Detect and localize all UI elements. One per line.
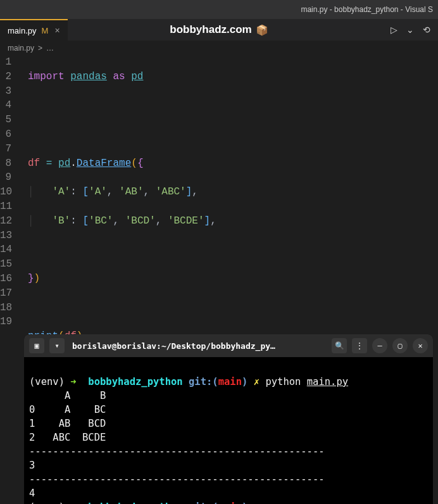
editor-actions: ▷ ⌄ ⟲ [391,25,430,35]
terminal-window: ▣ ▾ borislav@borislav:~/Desktop/bobbyhad… [24,334,433,504]
minimize-button[interactable]: – [372,338,387,353]
menu-icon[interactable]: ⋮ [352,338,367,353]
terminal-line: 0 A BC [29,404,106,415]
cycle-icon[interactable]: ⟲ [423,25,430,35]
editor-tabs: main.py M × bobbyhadz.com 📦 ▷ ⌄ ⟲ [0,19,438,41]
maximize-button[interactable]: ▢ [392,338,408,353]
terminal-line: 4 [29,488,35,499]
breadcrumb[interactable]: main.py > … [0,41,438,55]
line-number: 6 [0,127,11,142]
line-number: 1 [0,55,11,70]
line-number: 10 [0,185,11,199]
line-number: 3 [0,84,11,99]
terminal-line: A B [29,390,106,401]
line-number: 8 [0,156,11,171]
breadcrumb-rest: … [46,44,54,53]
tab-label: main.py [8,26,37,35]
breadcrumb-file: main.py [8,44,34,53]
terminal-titlebar: ▣ ▾ borislav@borislav:~/Desktop/bobbyhad… [24,334,433,357]
close-button[interactable]: ✕ [413,338,428,353]
line-number: 4 [0,98,11,113]
line-number: 15 [0,257,11,272]
terminal-new-tab-button[interactable]: ▣ [29,338,44,353]
banner-text: bobbyhadz.com [170,23,251,36]
tab-main-py[interactable]: main.py M × [0,19,68,41]
line-number: 9 [0,170,11,185]
line-number: 12 [0,214,11,229]
line-number: 14 [0,243,11,257]
line-number: 5 [0,113,11,127]
close-icon[interactable]: × [54,25,59,35]
terminal-line: ----------------------------------------… [29,474,325,485]
line-number: 2 [0,70,11,84]
run-icon[interactable]: ▷ [391,25,397,35]
center-banner: bobbyhadz.com 📦 [170,23,268,36]
line-number: 7 [0,142,11,156]
terminal-line: 2 ABC BCDE [29,432,106,443]
line-number: 18 [0,301,11,315]
window-title-bar: main.py - bobbyhadz_python - Visual S [0,0,438,19]
line-number: 13 [0,229,11,243]
breadcrumb-sep: > [38,44,42,53]
terminal-content[interactable]: (venv) ➜ bobbyhadz_python git:(main) ✗ p… [24,357,433,504]
line-gutter: 1 2 3 4 5 6 7 8 9 10 11 12 13 14 15 16 1… [0,55,19,504]
terminal-line: 3 [29,460,35,471]
line-number: 19 [0,315,11,329]
cube-icon: 📦 [256,24,268,36]
terminal-line: (venv) ➜ bobbyhadz_python git:(main) ✗ [29,501,260,504]
tab-modified-indicator: M [42,26,49,35]
terminal-line: 1 AB BCD [29,418,106,429]
terminal-line: ----------------------------------------… [29,446,325,457]
line-number: 17 [0,286,11,301]
line-number: 11 [0,199,11,214]
terminal-dropdown-button[interactable]: ▾ [49,338,65,353]
search-icon[interactable]: 🔍 [332,338,347,353]
terminal-title: borislav@borislav:~/Desktop/bobbyhadz_py… [70,341,327,351]
caret-down-icon[interactable]: ⌄ [406,25,414,35]
terminal-line: (venv) ➜ bobbyhadz_python git:(main) ✗ p… [29,376,348,387]
line-number: 16 [0,272,11,286]
window-title: main.py - bobbyhadz_python - Visual S [301,5,433,14]
